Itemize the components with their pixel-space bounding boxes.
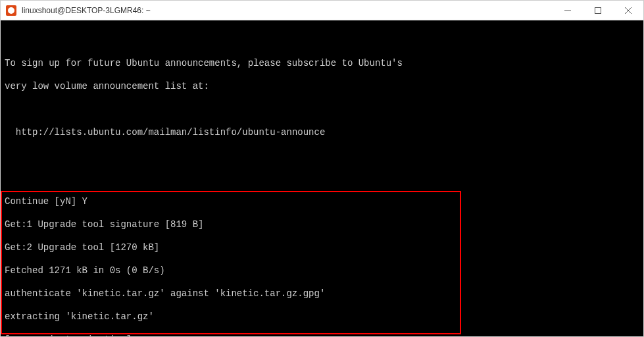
terminal-line (5, 150, 639, 162)
window-controls (553, 1, 643, 20)
terminal-window: linuxshout@DESKTOP-3LGMR46: ~ To sign up… (0, 0, 644, 337)
svg-rect-1 (595, 7, 601, 13)
terminal-line: Get:1 Upgrade tool signature [819 B] (5, 219, 639, 231)
terminal-line (5, 35, 639, 47)
terminal-line: [screen is terminating] (5, 334, 639, 337)
window-title: linuxshout@DESKTOP-3LGMR46: ~ (22, 6, 553, 15)
maximize-button[interactable] (583, 1, 613, 20)
titlebar[interactable]: linuxshout@DESKTOP-3LGMR46: ~ (1, 1, 643, 20)
terminal-line: Get:2 Upgrade tool [1270 kB] (5, 242, 639, 254)
close-button[interactable] (613, 1, 643, 20)
terminal-line: authenticate 'kinetic.tar.gz' against 'k… (5, 288, 639, 300)
terminal-line: Fetched 1271 kB in 0s (0 B/s) (5, 265, 639, 277)
terminal-line: very low volume announcement list at: (5, 81, 639, 93)
terminal-line (5, 173, 639, 185)
terminal-line: extracting 'kinetic.tar.gz' (5, 311, 639, 323)
terminal-body[interactable]: To sign up for future Ubuntu announcemen… (1, 20, 643, 336)
terminal-line (5, 104, 639, 116)
terminal-line: Continue [yN] Y (5, 196, 639, 208)
app-icon (6, 5, 16, 16)
minimize-button[interactable] (553, 1, 583, 20)
terminal-line: http://lists.ubuntu.com/mailman/listinfo… (5, 127, 639, 139)
terminal-line: To sign up for future Ubuntu announcemen… (5, 58, 639, 70)
